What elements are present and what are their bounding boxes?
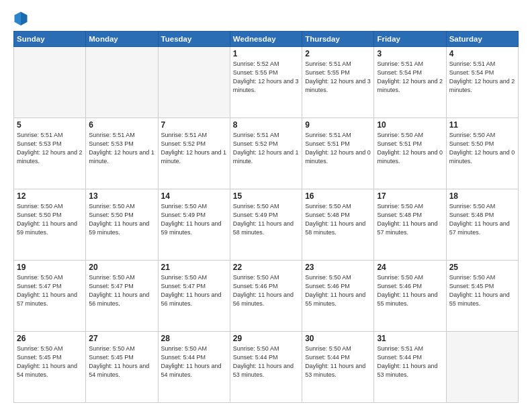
cell-info: Sunrise: 5:51 AM Sunset: 5:54 PM Dayligh…	[449, 60, 515, 95]
day-number: 21	[161, 263, 227, 272]
logo	[13, 11, 31, 26]
cell-info: Sunrise: 5:50 AM Sunset: 5:48 PM Dayligh…	[449, 202, 515, 237]
day-number: 25	[449, 263, 515, 272]
calendar-cell: 13Sunrise: 5:50 AM Sunset: 5:50 PM Dayli…	[86, 189, 158, 261]
cell-info: Sunrise: 5:51 AM Sunset: 5:54 PM Dayligh…	[377, 60, 443, 95]
weekday-saturday: Saturday	[446, 32, 518, 47]
week-row-0: 1Sunrise: 5:52 AM Sunset: 5:55 PM Daylig…	[14, 47, 519, 118]
day-number: 19	[17, 263, 83, 272]
header	[13, 11, 519, 26]
day-number: 29	[233, 334, 299, 343]
svg-marker-2	[14, 11, 21, 26]
day-number: 11	[449, 120, 515, 130]
day-number: 18	[449, 191, 515, 201]
cell-info: Sunrise: 5:50 AM Sunset: 5:46 PM Dayligh…	[305, 273, 371, 308]
cell-info: Sunrise: 5:50 AM Sunset: 5:49 PM Dayligh…	[233, 202, 299, 237]
week-row-2: 12Sunrise: 5:50 AM Sunset: 5:50 PM Dayli…	[14, 189, 519, 261]
calendar-cell: 4Sunrise: 5:51 AM Sunset: 5:54 PM Daylig…	[446, 47, 518, 118]
day-number: 12	[17, 191, 83, 201]
day-number: 23	[305, 263, 371, 272]
cell-info: Sunrise: 5:50 AM Sunset: 5:44 PM Dayligh…	[161, 345, 227, 379]
day-number: 24	[377, 263, 443, 272]
day-number: 20	[89, 263, 154, 272]
calendar-cell: 14Sunrise: 5:50 AM Sunset: 5:49 PM Dayli…	[158, 189, 230, 261]
calendar-cell: 11Sunrise: 5:50 AM Sunset: 5:50 PM Dayli…	[446, 118, 518, 189]
cell-info: Sunrise: 5:52 AM Sunset: 5:55 PM Dayligh…	[233, 60, 299, 95]
calendar-cell: 6Sunrise: 5:51 AM Sunset: 5:53 PM Daylig…	[86, 118, 158, 189]
day-number: 30	[305, 334, 371, 343]
cell-info: Sunrise: 5:50 AM Sunset: 5:47 PM Dayligh…	[89, 273, 154, 308]
calendar-cell: 30Sunrise: 5:50 AM Sunset: 5:44 PM Dayli…	[302, 332, 374, 403]
cell-info: Sunrise: 5:50 AM Sunset: 5:45 PM Dayligh…	[449, 273, 515, 308]
calendar-cell: 31Sunrise: 5:51 AM Sunset: 5:44 PM Dayli…	[374, 332, 446, 403]
calendar-cell: 9Sunrise: 5:51 AM Sunset: 5:51 PM Daylig…	[302, 118, 374, 189]
cell-info: Sunrise: 5:51 AM Sunset: 5:44 PM Dayligh…	[377, 345, 443, 379]
day-number: 5	[17, 120, 83, 130]
svg-marker-1	[21, 11, 28, 26]
cell-info: Sunrise: 5:50 AM Sunset: 5:46 PM Dayligh…	[377, 273, 443, 308]
cell-info: Sunrise: 5:51 AM Sunset: 5:51 PM Dayligh…	[305, 131, 371, 166]
day-number: 27	[89, 334, 154, 343]
calendar-cell: 16Sunrise: 5:50 AM Sunset: 5:48 PM Dayli…	[302, 189, 374, 261]
calendar-cell: 3Sunrise: 5:51 AM Sunset: 5:54 PM Daylig…	[374, 47, 446, 118]
day-number: 17	[377, 191, 443, 201]
calendar-cell: 23Sunrise: 5:50 AM Sunset: 5:46 PM Dayli…	[302, 261, 374, 332]
calendar-cell	[14, 47, 86, 118]
cell-info: Sunrise: 5:50 AM Sunset: 5:45 PM Dayligh…	[89, 345, 154, 379]
calendar-cell: 21Sunrise: 5:50 AM Sunset: 5:47 PM Dayli…	[158, 261, 230, 332]
day-number: 13	[89, 191, 154, 201]
cell-info: Sunrise: 5:50 AM Sunset: 5:47 PM Dayligh…	[17, 273, 83, 308]
day-number: 2	[305, 49, 371, 58]
calendar-cell: 1Sunrise: 5:52 AM Sunset: 5:55 PM Daylig…	[230, 47, 302, 118]
day-number: 6	[89, 120, 154, 130]
cell-info: Sunrise: 5:50 AM Sunset: 5:44 PM Dayligh…	[305, 345, 371, 379]
calendar-cell: 10Sunrise: 5:50 AM Sunset: 5:51 PM Dayli…	[374, 118, 446, 189]
calendar-cell: 12Sunrise: 5:50 AM Sunset: 5:50 PM Dayli…	[14, 189, 86, 261]
calendar-cell: 19Sunrise: 5:50 AM Sunset: 5:47 PM Dayli…	[14, 261, 86, 332]
weekday-wednesday: Wednesday	[230, 32, 302, 47]
calendar-cell: 28Sunrise: 5:50 AM Sunset: 5:44 PM Dayli…	[158, 332, 230, 403]
cell-info: Sunrise: 5:51 AM Sunset: 5:55 PM Dayligh…	[305, 60, 371, 95]
calendar-table: SundayMondayTuesdayWednesdayThursdayFrid…	[13, 31, 519, 403]
day-number: 4	[449, 49, 515, 58]
day-number: 16	[305, 191, 371, 201]
calendar-cell: 29Sunrise: 5:50 AM Sunset: 5:44 PM Dayli…	[230, 332, 302, 403]
calendar-cell: 5Sunrise: 5:51 AM Sunset: 5:53 PM Daylig…	[14, 118, 86, 189]
cell-info: Sunrise: 5:51 AM Sunset: 5:52 PM Dayligh…	[161, 131, 227, 166]
cell-info: Sunrise: 5:50 AM Sunset: 5:50 PM Dayligh…	[89, 202, 154, 237]
day-number: 14	[161, 191, 227, 201]
weekday-thursday: Thursday	[302, 32, 374, 47]
day-number: 3	[377, 49, 443, 58]
day-number: 15	[233, 191, 299, 201]
calendar-cell: 25Sunrise: 5:50 AM Sunset: 5:45 PM Dayli…	[446, 261, 518, 332]
cell-info: Sunrise: 5:51 AM Sunset: 5:52 PM Dayligh…	[233, 131, 299, 166]
logo-icon	[13, 11, 28, 26]
cell-info: Sunrise: 5:50 AM Sunset: 5:51 PM Dayligh…	[377, 131, 443, 166]
cell-info: Sunrise: 5:50 AM Sunset: 5:48 PM Dayligh…	[305, 202, 371, 237]
week-row-3: 19Sunrise: 5:50 AM Sunset: 5:47 PM Dayli…	[14, 261, 519, 332]
weekday-tuesday: Tuesday	[158, 32, 230, 47]
calendar-cell: 8Sunrise: 5:51 AM Sunset: 5:52 PM Daylig…	[230, 118, 302, 189]
calendar-cell: 17Sunrise: 5:50 AM Sunset: 5:48 PM Dayli…	[374, 189, 446, 261]
cell-info: Sunrise: 5:50 AM Sunset: 5:46 PM Dayligh…	[233, 273, 299, 308]
calendar-cell: 27Sunrise: 5:50 AM Sunset: 5:45 PM Dayli…	[86, 332, 158, 403]
calendar-cell: 20Sunrise: 5:50 AM Sunset: 5:47 PM Dayli…	[86, 261, 158, 332]
calendar-cell: 15Sunrise: 5:50 AM Sunset: 5:49 PM Dayli…	[230, 189, 302, 261]
cell-info: Sunrise: 5:50 AM Sunset: 5:50 PM Dayligh…	[17, 202, 83, 237]
calendar-cell	[446, 332, 518, 403]
calendar-cell: 2Sunrise: 5:51 AM Sunset: 5:55 PM Daylig…	[302, 47, 374, 118]
calendar-cell: 22Sunrise: 5:50 AM Sunset: 5:46 PM Dayli…	[230, 261, 302, 332]
cell-info: Sunrise: 5:50 AM Sunset: 5:45 PM Dayligh…	[17, 345, 83, 379]
cell-info: Sunrise: 5:50 AM Sunset: 5:50 PM Dayligh…	[449, 131, 515, 166]
cell-info: Sunrise: 5:50 AM Sunset: 5:48 PM Dayligh…	[377, 202, 443, 237]
weekday-header-row: SundayMondayTuesdayWednesdayThursdayFrid…	[14, 32, 519, 47]
day-number: 8	[233, 120, 299, 130]
day-number: 1	[233, 49, 299, 58]
calendar-cell: 7Sunrise: 5:51 AM Sunset: 5:52 PM Daylig…	[158, 118, 230, 189]
calendar-cell	[86, 47, 158, 118]
calendar-cell: 26Sunrise: 5:50 AM Sunset: 5:45 PM Dayli…	[14, 332, 86, 403]
week-row-1: 5Sunrise: 5:51 AM Sunset: 5:53 PM Daylig…	[14, 118, 519, 189]
day-number: 22	[233, 263, 299, 272]
week-row-4: 26Sunrise: 5:50 AM Sunset: 5:45 PM Dayli…	[14, 332, 519, 403]
calendar-cell: 18Sunrise: 5:50 AM Sunset: 5:48 PM Dayli…	[446, 189, 518, 261]
